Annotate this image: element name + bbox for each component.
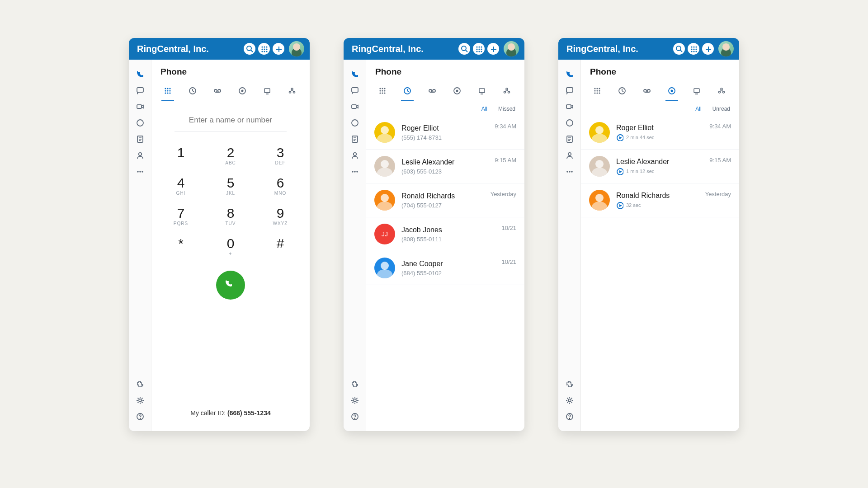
keypad-key[interactable]: *: [170, 236, 192, 256]
tab-history-icon[interactable]: [616, 81, 628, 101]
nav-video-icon[interactable]: [558, 99, 580, 115]
nav-video-icon[interactable]: [344, 99, 366, 115]
filter-missed[interactable]: Missed: [498, 106, 515, 112]
recording-row[interactable]: Ronald Richards32 secYesterday: [581, 183, 739, 217]
call-row[interactable]: Leslie Alexander(603) 555-01239:15 AM: [366, 150, 524, 183]
nav-video-icon[interactable]: [129, 99, 151, 115]
nav-notes-icon[interactable]: [558, 131, 580, 147]
filter-all[interactable]: All: [481, 106, 487, 112]
dialpad-button[interactable]: [688, 43, 699, 55]
keypad-key[interactable]: 9WXYZ: [269, 206, 292, 226]
play-icon[interactable]: [616, 168, 623, 175]
tab-fax-icon[interactable]: [261, 81, 274, 101]
key-digit: 4: [170, 175, 192, 191]
tab-recordings-icon[interactable]: [236, 81, 249, 101]
tab-dialpad-icon[interactable]: [591, 81, 604, 101]
nav-apps-icon[interactable]: [344, 376, 366, 392]
nav-settings-icon[interactable]: [129, 392, 151, 408]
call-row[interactable]: JJJacob Jones(808) 555-011110/21: [366, 217, 524, 251]
keypad-key[interactable]: 0+: [219, 236, 242, 256]
recording-row[interactable]: Leslie Alexander1 min 12 sec9:15 AM: [581, 150, 739, 183]
recording-duration: 1 min 12 sec: [626, 169, 654, 174]
tab-history-icon[interactable]: [186, 81, 199, 101]
tab-fax-icon[interactable]: [476, 81, 488, 101]
nav-more-icon[interactable]: [558, 164, 580, 180]
tab-history-icon[interactable]: [401, 81, 414, 101]
keypad-key[interactable]: 3DEF: [269, 145, 292, 165]
tab-fax-icon[interactable]: [690, 81, 703, 101]
contact-name: Ronald Richards: [401, 192, 484, 200]
nav-help-icon[interactable]: [344, 408, 366, 425]
filter-all[interactable]: All: [695, 106, 701, 112]
tab-voicemail-icon[interactable]: [426, 81, 439, 101]
nav-chat-icon[interactable]: [129, 82, 151, 99]
dialpad-button[interactable]: [258, 43, 270, 55]
nav-settings-icon[interactable]: [558, 392, 580, 408]
nav-contacts-icon[interactable]: [558, 147, 580, 164]
nav-more-icon[interactable]: [129, 164, 151, 180]
tab-voicemail-icon[interactable]: [211, 81, 224, 101]
tab-dialpad-icon[interactable]: [161, 81, 174, 101]
recording-time: 9:15 AM: [709, 157, 731, 164]
keypad-key[interactable]: 6MNO: [269, 175, 292, 196]
keypad-key[interactable]: 4GHI: [170, 175, 192, 196]
key-letters: PQRS: [170, 221, 192, 226]
call-button[interactable]: [216, 271, 245, 300]
dial-input[interactable]: [175, 112, 287, 131]
key-digit: 2: [219, 145, 242, 160]
nav-chat-icon[interactable]: [344, 82, 366, 99]
tab-voicemail-icon[interactable]: [641, 81, 653, 101]
nav-apps-icon[interactable]: [129, 376, 151, 392]
nav-contacts-icon[interactable]: [129, 147, 151, 164]
nav-notes-icon[interactable]: [129, 131, 151, 147]
play-icon[interactable]: [616, 134, 623, 141]
keypad-key[interactable]: #: [269, 236, 292, 256]
nav-message-icon[interactable]: [129, 115, 151, 131]
nav-notes-icon[interactable]: [344, 131, 366, 147]
nav-message-icon[interactable]: [558, 115, 580, 131]
nav-message-icon[interactable]: [344, 115, 366, 131]
nav-contacts-icon[interactable]: [344, 147, 366, 164]
keypad-key[interactable]: 5JKL: [219, 175, 242, 196]
profile-avatar[interactable]: [718, 41, 734, 56]
new-button[interactable]: [487, 43, 499, 55]
nav-help-icon[interactable]: [558, 408, 580, 425]
tab-dialpad-icon[interactable]: [376, 81, 389, 101]
call-row[interactable]: Jane Cooper(684) 555-010210/21: [366, 251, 524, 285]
call-row[interactable]: Ronald Richards(704) 555-0127Yesterday: [366, 183, 524, 217]
nav-phone-icon[interactable]: [558, 66, 580, 82]
keypad-key[interactable]: 1: [170, 145, 192, 165]
profile-avatar[interactable]: [289, 41, 304, 56]
sidenav: [129, 60, 151, 431]
keypad-key[interactable]: 8TUV: [219, 206, 242, 226]
tab-conference-icon[interactable]: [715, 81, 728, 101]
tab-conference-icon[interactable]: [500, 81, 513, 101]
keypad-key[interactable]: 7PQRS: [170, 206, 192, 226]
profile-avatar[interactable]: [504, 41, 519, 56]
new-button[interactable]: [702, 43, 714, 55]
titlebar-icons: [244, 41, 304, 56]
nav-more-icon[interactable]: [344, 164, 366, 180]
tab-recordings-icon[interactable]: [451, 81, 463, 101]
key-letters: ABC: [219, 160, 242, 165]
nav-settings-icon[interactable]: [344, 392, 366, 408]
tab-conference-icon[interactable]: [286, 81, 298, 101]
recording-time: Yesterday: [705, 191, 731, 197]
search-button[interactable]: [458, 43, 470, 55]
new-button[interactable]: [273, 43, 284, 55]
play-icon[interactable]: [616, 202, 623, 209]
dialpad-button[interactable]: [473, 43, 485, 55]
search-button[interactable]: [673, 43, 685, 55]
keypad-key[interactable]: 2ABC: [219, 145, 242, 165]
filter-unread[interactable]: Unread: [712, 106, 730, 112]
call-row[interactable]: Roger Elliot(555) 174-87319:34 AM: [366, 116, 524, 150]
nav-phone-icon[interactable]: [344, 66, 366, 82]
nav-phone-icon[interactable]: [129, 66, 151, 82]
recording-row[interactable]: Roger Elliot2 min 44 sec9:34 AM: [581, 116, 739, 150]
search-button[interactable]: [244, 43, 255, 55]
nav-apps-icon[interactable]: [558, 376, 580, 392]
recording-row-main: Roger Elliot2 min 44 sec: [616, 124, 703, 141]
tab-recordings-icon[interactable]: [665, 81, 678, 101]
nav-help-icon[interactable]: [129, 408, 151, 425]
nav-chat-icon[interactable]: [558, 82, 580, 99]
